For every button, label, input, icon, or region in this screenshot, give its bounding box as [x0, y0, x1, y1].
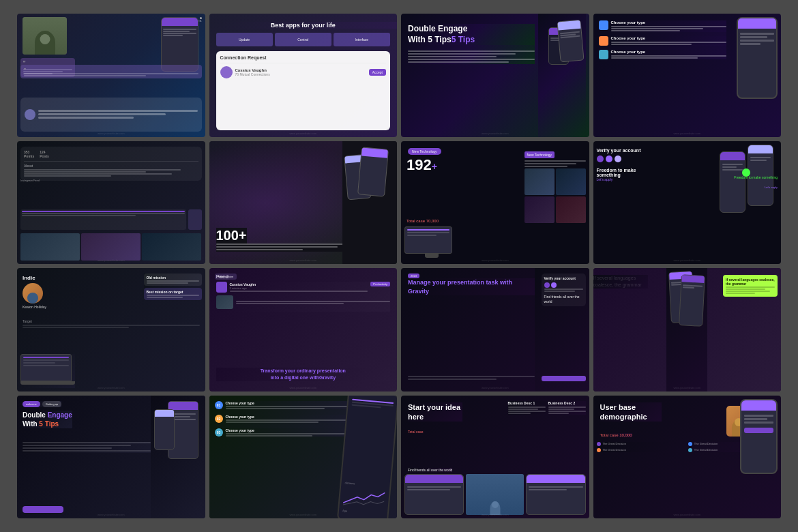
- slide-2-avatar: [220, 66, 233, 78]
- slide-13-phone2: [154, 409, 175, 450]
- slide-3-heading: Double Engage With 5 Tips5 Tips: [408, 24, 535, 45]
- slide-15-phone2: [526, 474, 585, 515]
- slide-7-photo2: [556, 168, 586, 195]
- slide-15[interactable]: Start your idea here Business Desc 1 Bus…: [401, 396, 589, 519]
- slide-2-title: Best apps for your life: [209, 22, 398, 29]
- slide-16-dot1: [597, 442, 601, 446]
- slide-16[interactable]: User base demographic Total case 10,000 …: [593, 396, 782, 519]
- slide-8-footer: www.yourwebsite.com: [593, 258, 782, 262]
- slide-5-feed-grid: [20, 233, 202, 261]
- slide-9-target-lines: [23, 325, 200, 329]
- slide-12-green-card: If several languages coalesce, the gramm…: [723, 275, 778, 297]
- slide-14-item1: 01 Choose your type: [215, 401, 350, 409]
- slide-6-phones: [342, 141, 397, 265]
- slide-10-feed-items: Cassius Vaughn 3 minutes ago Productivit…: [216, 282, 391, 312]
- slide-1[interactable]: URL+TG DATA " ": [17, 14, 205, 137]
- slide-14-num2: 02: [215, 415, 223, 423]
- slide-2-tab-control[interactable]: Control: [275, 33, 331, 46]
- slide-5[interactable]: 353 Points 124 Posts About Instagram Fee…: [17, 141, 205, 265]
- slide-2-accept-button[interactable]: Accept: [369, 69, 386, 76]
- slide-1-avatar: [25, 109, 35, 120]
- slide-14-item3: 03 Choose your type: [215, 428, 350, 437]
- slide-13-btn2[interactable]: Getting up: [42, 401, 61, 407]
- slide-15-find-text: Find friends all over the world: [408, 468, 452, 473]
- slide-10-item2: [216, 295, 391, 309]
- slide-5-cell3: [142, 233, 201, 261]
- slide-11-btn-bar: [542, 376, 586, 381]
- slide-5-instagram-label: Instagram Feed: [20, 179, 40, 182]
- slide-16-footer: www.yourwebsite.com: [593, 513, 782, 516]
- slide-8-freedom-text: Freedom to make something: [597, 168, 645, 177]
- slide-3-footer: www.yourwebsite.com: [401, 132, 589, 135]
- slide-12-lang-text: If several languages coalesce, the gramm…: [593, 275, 648, 289]
- slide-3-sub: [408, 50, 535, 63]
- slide-9-target: Target: [23, 319, 32, 323]
- slide-9-footer: www.yourwebsite.com: [17, 386, 205, 389]
- slide-15-total: Total case: [408, 430, 424, 434]
- slide-2-tab-interface[interactable]: Interface: [334, 33, 390, 46]
- slide-7-desktop: [404, 226, 459, 261]
- slide-4-text2: Choose your type: [611, 36, 727, 46]
- slide-7-photo3: [524, 196, 555, 223]
- slide-12-phones: [666, 268, 707, 391]
- slide-1-quote2: ": [20, 65, 202, 78]
- slide-8-phone1: [720, 151, 745, 213]
- slide-3[interactable]: Double Engage With 5 Tips5 Tips: [401, 14, 589, 137]
- slide-6-phone1: [357, 147, 389, 196]
- slide-12-footer: www.yourwebsite.com: [593, 386, 782, 389]
- slide-15-business-cols: Business Desc 1 Business Desc 2: [508, 401, 586, 415]
- slide-14[interactable]: 01 Choose your type 02 Choose your type: [209, 396, 398, 519]
- slide-14-footer: www.yourwebsite.com: [209, 513, 398, 516]
- slide-15-photo: [466, 474, 524, 515]
- slide-16-dot4: [688, 448, 692, 452]
- slide-2[interactable]: Best apps for your life Update Control I…: [209, 14, 398, 137]
- slide-10[interactable]: Feed Cassius Vaughn 3 minutes ago Produc…: [209, 268, 398, 391]
- slide-13-btns: welcome Getting up: [23, 401, 61, 407]
- slide-11-sub-lines: [408, 376, 535, 381]
- slide-2-person-row: Cassius Vaughn 76 Mutual Connections Acc…: [220, 66, 387, 78]
- slide-11-footer: www.yourwebsite.com: [401, 386, 589, 389]
- slide-5-cell2: [81, 233, 141, 261]
- slide-7-number: 192+: [407, 156, 437, 174]
- slide-12[interactable]: If several languages coalesce, the gramm…: [593, 268, 782, 391]
- slide-5-stat1: 353 Points: [24, 150, 34, 158]
- slide-13-sub-lines: [23, 442, 151, 453]
- slide-14-num1: 01: [215, 401, 223, 409]
- slide-12-phone2: [679, 274, 705, 327]
- slide-16-dot2: [688, 442, 692, 446]
- slide-1-feed-text: [38, 110, 198, 119]
- slide-7-nt-label: New Technology: [524, 151, 555, 158]
- slide-13-btn1[interactable]: welcome: [23, 401, 40, 407]
- slide-1-person-photo: [23, 17, 67, 55]
- slide-11-phones: Verify your account Find friends all ove…: [535, 268, 589, 391]
- slide-5-cell1: [20, 233, 80, 261]
- slide-4-item2: Choose your type: [599, 36, 727, 46]
- slide-7-footer: www.yourwebsite.com: [401, 258, 589, 262]
- slide-10-content1: Cassius Vaughn 3 minutes ago: [230, 282, 368, 292]
- slide-16-leg3: The Great Decision: [597, 448, 686, 452]
- slide-11-verify-card: Verify your account Find friends all ove…: [542, 274, 586, 306]
- slide-5-profile-card: 353 Points 124 Posts About: [20, 147, 202, 181]
- slide-9-cards: Old mission Best mission on target: [144, 274, 202, 300]
- slide-13[interactable]: welcome Getting up Double Engage With 5 …: [17, 396, 205, 519]
- slide-4[interactable]: Choose your type Choose your type: [593, 14, 782, 137]
- slide-16-total: Total case 10,000: [600, 433, 632, 437]
- slide-6[interactable]: 100+ Top Device Value www.yourwebsite.co…: [209, 141, 398, 265]
- slide-2-tab-update[interactable]: Update: [216, 33, 273, 46]
- slide-16-leg1: The Great Decision: [597, 442, 686, 446]
- slide-5-about: About: [24, 164, 198, 168]
- slide-9[interactable]: Indie Keaton Holliday Old mission Best m…: [17, 268, 205, 391]
- slide-1-phone: [161, 17, 198, 72]
- slide-7[interactable]: New Technology 192+ New Technology: [401, 141, 589, 265]
- slide-15-phones-bottom: [404, 474, 586, 515]
- slide-14-items: 01 Choose your type 02 Choose your type: [215, 401, 350, 437]
- slide-10-tag1: Productivity: [370, 282, 390, 286]
- slide-9-name: Keaton Holliday: [23, 305, 46, 309]
- slide-13-action-btn[interactable]: [23, 506, 63, 513]
- slide-8[interactable]: Verify your account Freedom to make some…: [593, 141, 782, 265]
- slide-10-footer: www.yourwebsite.com: [209, 386, 398, 389]
- slide-16-phone: [740, 399, 778, 474]
- slide-16-dot3: [597, 448, 601, 452]
- slide-7-total: Total case 70,000: [407, 219, 439, 223]
- slide-11[interactable]: 2023 Manage your presentation task with …: [401, 268, 589, 391]
